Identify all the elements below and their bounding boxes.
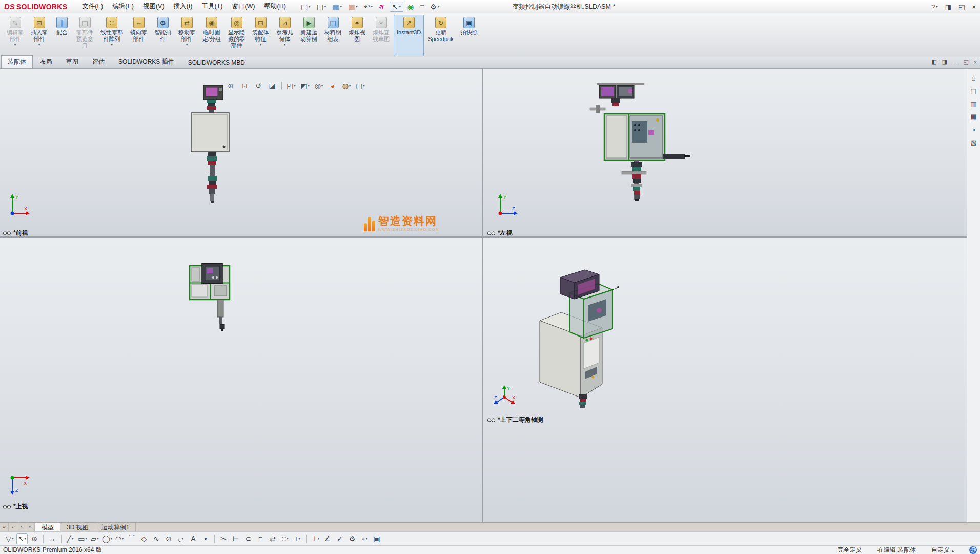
circle-icon[interactable]: ◯▾	[101, 533, 113, 544]
file-explorer-icon[interactable]: ▥	[968, 98, 979, 109]
display-style-icon[interactable]: ◩▾	[299, 80, 311, 91]
show-hidden-components-button[interactable]: ◎ 显示隐 藏的零 部件 ▾	[225, 15, 248, 56]
ellipse-icon[interactable]: ⊙▾	[163, 533, 174, 544]
close-window-button[interactable]: ×▾	[972, 3, 976, 11]
sketchbar-separator[interactable]: ▾	[43, 535, 44, 543]
reference-geometry-button[interactable]: ⊿ 参考几 何体 ▾	[273, 15, 296, 56]
new-document-button[interactable]: ▢▾	[299, 2, 313, 11]
view-settings-icon[interactable]: ▢▾	[354, 80, 366, 91]
slot-icon[interactable]: ▱▾	[89, 533, 100, 544]
view-palette-icon[interactable]: ▦	[968, 111, 979, 122]
update-speedpak-button[interactable]: ↻ 更新 Speedpak ▾	[425, 15, 457, 56]
sheet-tab[interactable]: 模型	[35, 523, 60, 531]
new-motion-study-button[interactable]: ▶ 新建运 动算例 ▾	[297, 15, 320, 56]
restore-document-button[interactable]: ◱	[963, 58, 968, 65]
custom-properties-icon[interactable]: ▧	[968, 137, 979, 148]
sheet-tab[interactable]: 3D 视图	[60, 523, 95, 531]
next-sheet-button[interactable]: ›	[17, 523, 26, 531]
corner-rectangle-icon[interactable]: ▭▾	[77, 533, 88, 544]
restore-window-button[interactable]: ◱▾	[958, 3, 965, 11]
display-relations-icon[interactable]: ⊥▾	[310, 533, 321, 544]
text-icon[interactable]: A▾	[188, 533, 199, 544]
fully-define-sketch-icon[interactable]: ✓▾	[334, 533, 345, 544]
previous-sheet-button[interactable]: ‹	[9, 523, 17, 531]
previous-view-icon[interactable]: ↺▾	[252, 80, 264, 91]
zoom-area-icon[interactable]: ⊡▾	[238, 80, 251, 91]
menu-item[interactable]: 视图(V)	[138, 1, 169, 12]
selection-filter-icon[interactable]: ▽▾	[4, 533, 15, 544]
select-cursor-button[interactable]: ↖▾	[390, 2, 403, 12]
offset-entities-icon[interactable]: ≡▾	[255, 533, 266, 544]
component-preview-window-button[interactable]: ◫ 零部件 预览窗 口 ▾	[73, 15, 96, 56]
solidworks-resources-icon[interactable]: ⌂	[968, 73, 979, 84]
top-view-model[interactable]	[0, 238, 482, 522]
menu-item[interactable]: 帮助(H)	[260, 1, 291, 12]
command-tab[interactable]: SOLIDWORKS MBD	[181, 57, 252, 68]
convert-entities-icon[interactable]: ⊂▾	[242, 533, 254, 544]
spline-icon[interactable]: ∿▾	[151, 533, 162, 544]
linear-sketch-pattern-icon[interactable]: ∷▾	[279, 533, 291, 544]
headsup-separator[interactable]: ▾	[281, 82, 282, 90]
repair-sketch-icon[interactable]: ⚙▾	[346, 533, 358, 544]
apply-scene-icon[interactable]: ◍▾	[340, 80, 353, 91]
command-tab[interactable]: 草图	[59, 55, 85, 68]
mirror-components-button[interactable]: ⇔ 镜向零 部件 ▾	[127, 15, 150, 56]
exploded-view-button[interactable]: ✶ 爆炸视 图 ▾	[345, 15, 369, 56]
file-properties-button[interactable]: ≡▾	[418, 2, 426, 11]
command-tab[interactable]: SOLIDWORKS 插件	[112, 55, 181, 68]
line-icon[interactable]: ╱▾	[65, 533, 76, 544]
menu-item[interactable]: 插入(I)	[169, 1, 197, 12]
move-component-button[interactable]: ⇄ 移动零 部件 ▾	[175, 15, 198, 56]
open-file-button[interactable]: ▤▾	[315, 2, 329, 11]
menu-item[interactable]: 工具(T)	[197, 1, 227, 12]
rebuild-button[interactable]: ◉▾	[405, 2, 416, 11]
edit-appearance-icon[interactable]: ◕▾	[326, 80, 339, 91]
task-pane-toggle-button[interactable]: ◨▾	[945, 3, 951, 11]
polygon-icon[interactable]: ◇▾	[138, 533, 150, 544]
sketchbar-separator[interactable]: ▾	[214, 535, 215, 543]
first-sheet-button[interactable]: «	[0, 523, 9, 531]
minimize-document-button[interactable]: —	[952, 59, 958, 65]
previous-pane-icon[interactable]: ◧	[931, 58, 936, 65]
insert-components-button[interactable]: ⊞ 插入零 部件 ▾	[28, 15, 51, 56]
centerpoint-arc-icon[interactable]: ◠▾	[114, 533, 125, 544]
next-pane-icon[interactable]: ◨	[942, 58, 947, 65]
tangent-arc-icon[interactable]: ⌒▾	[126, 533, 137, 544]
units-globe-icon[interactable]	[969, 546, 977, 554]
options-button[interactable]: ⚙▾	[428, 2, 441, 11]
trim-entities-icon[interactable]: ✂▾	[218, 533, 229, 544]
undo-button[interactable]: ↶▾	[362, 2, 375, 11]
command-tab[interactable]: 布局	[33, 55, 59, 68]
view-orientation-icon[interactable]: ◰▾	[285, 80, 297, 91]
take-snapshot-button[interactable]: ▣ 拍快照 ▾	[458, 15, 481, 56]
sketch-picture-icon[interactable]: ▣▾	[371, 533, 382, 544]
select-tool-icon[interactable]: ↖▾	[16, 533, 28, 544]
extend-entities-icon[interactable]: ⊢▾	[230, 533, 241, 544]
print-button[interactable]: ▥▾	[346, 2, 360, 11]
smart-fasteners-button[interactable]: ⚙ 智能扣 件 ▾	[151, 15, 174, 56]
sheet-tab[interactable]: 运动算例1	[95, 523, 136, 531]
save-button[interactable]: ▦▾	[330, 2, 344, 11]
move-entities-icon[interactable]: +▾	[292, 533, 303, 544]
mirror-entities-icon[interactable]: ⇄▾	[267, 533, 278, 544]
isometric-view-model[interactable]	[483, 238, 967, 522]
mate-button[interactable]: ∥ 配合 ▾	[52, 15, 72, 56]
help-button[interactable]: ?▾	[931, 3, 938, 11]
whats-new-rocket-icon[interactable]: ✈▾	[375, 0, 390, 14]
command-tab[interactable]: 评估	[86, 55, 111, 68]
left-view-model[interactable]	[483, 69, 967, 236]
command-tab[interactable]: 装配体	[1, 55, 33, 68]
temporary-fix-group-button[interactable]: ◉ 临时固 定/分组 ▾	[199, 15, 224, 56]
instant3d-button[interactable]: ↗ Instant3D ▾	[394, 15, 424, 56]
sketch-fillet-icon[interactable]: ◟▾	[175, 533, 187, 544]
add-relation-icon[interactable]: ∠▾	[322, 533, 333, 544]
quick-snaps-icon[interactable]: ⌖▾	[359, 533, 370, 544]
smart-dimension-icon[interactable]: ↔▾	[47, 533, 58, 544]
point-icon[interactable]: •▾	[200, 533, 211, 544]
design-library-icon[interactable]: ▤	[968, 86, 979, 96]
status-custom-dropdown[interactable]: 自定义▴	[931, 546, 954, 554]
bill-of-materials-button[interactable]: ▤ 材料明 细表 ▾	[321, 15, 344, 56]
appearances-scenes-icon[interactable]: ◑	[968, 124, 979, 135]
hide-show-items-icon[interactable]: ◎▾	[313, 80, 325, 91]
edit-component-button[interactable]: ✎ 编辑零 部件 ▾	[4, 15, 27, 56]
